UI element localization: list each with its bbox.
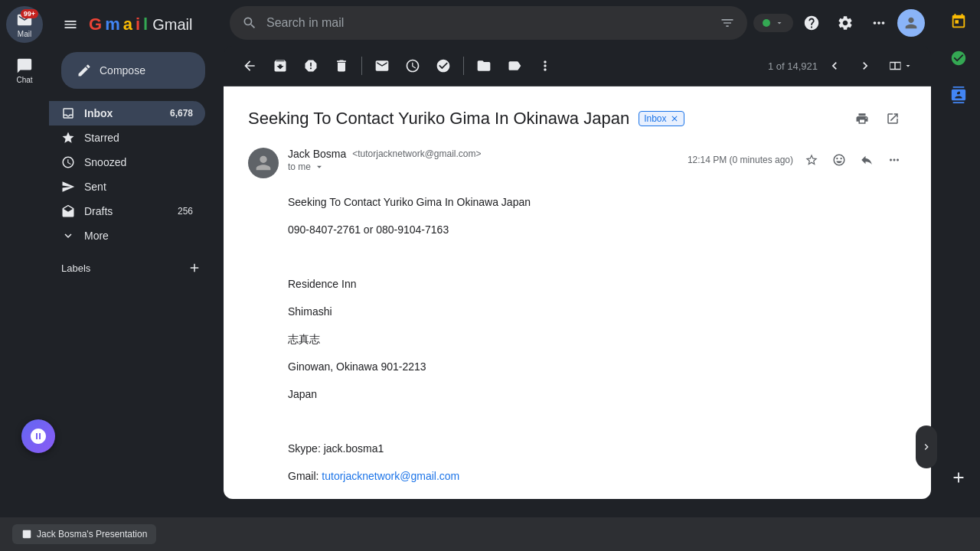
back-button[interactable] [236, 52, 263, 80]
nav-drafts[interactable]: Drafts 256 [49, 199, 205, 223]
reply-button[interactable] [854, 148, 879, 172]
nav-sent[interactable]: Sent [49, 174, 205, 199]
more-actions-button[interactable] [531, 52, 559, 80]
notification-orb[interactable] [21, 419, 55, 453]
to-label: to me [288, 161, 311, 172]
snooze-button[interactable] [399, 52, 426, 80]
body-mighty: Mighty Community: https://lnkd.in/eV6XAV… [288, 495, 906, 499]
calendar-panel-icon[interactable] [943, 6, 974, 37]
label-icon [507, 58, 522, 73]
labels-title: Labels [61, 262, 90, 274]
expand-more-icon [61, 229, 75, 243]
email-header-actions [799, 148, 906, 172]
mark-unread-icon [374, 58, 390, 73]
add-panel-button[interactable] [943, 462, 974, 493]
drafts-label: Drafts [84, 205, 113, 217]
email-time: 12:14 PM (0 minutes ago) [688, 155, 793, 165]
print-button[interactable] [848, 105, 876, 132]
move-to-button[interactable] [470, 52, 498, 80]
email-subject-row: Seeking To Contact Yuriko Gima In Okinaw… [248, 105, 906, 132]
main-content: 1 of 14,921 Seeking T [217, 0, 937, 499]
help-icon [803, 15, 820, 31]
prev-email-button[interactable] [821, 52, 848, 80]
expand-to-icon[interactable] [314, 161, 325, 172]
nav-more[interactable]: More [49, 223, 205, 248]
rail-item-mail[interactable]: 99+ Mail [6, 6, 43, 43]
delete-button[interactable] [328, 52, 355, 80]
rail-chat-label: Chat [16, 76, 32, 84]
collapse-panel-button[interactable] [916, 425, 937, 468]
nav-snoozed[interactable]: Snoozed [49, 150, 205, 174]
sent-icon [61, 180, 75, 194]
user-avatar[interactable] [897, 9, 925, 37]
email-body: Seeking To Contact Yuriko Gima In Okinaw… [248, 194, 906, 499]
starred-icon [61, 131, 75, 145]
gmail-link[interactable]: tutorjacknetwork@gmail.com [322, 470, 459, 482]
more-email-actions-button[interactable] [882, 148, 906, 172]
gmail-text: Gmail [152, 16, 192, 34]
inbox-icon [61, 106, 75, 120]
chevron-left-icon [827, 58, 842, 73]
help-button[interactable] [796, 8, 827, 38]
archive-icon [273, 58, 288, 73]
view-mode-button[interactable] [882, 56, 919, 76]
archive-button[interactable] [266, 52, 294, 80]
open-in-new-button[interactable] [879, 105, 906, 132]
sender-email: <tutorjacknetwork@gmail.com> [352, 148, 481, 159]
menu-button[interactable] [55, 9, 86, 40]
search-field[interactable] [230, 6, 747, 40]
email-content-area: Seeking To Contact Yuriko Gima In Okinaw… [224, 86, 931, 499]
contacts-panel-icon[interactable] [943, 80, 974, 110]
body-line-8: Japan [288, 386, 906, 404]
apps-button[interactable] [864, 8, 894, 38]
back-arrow-icon [242, 58, 257, 73]
snoozed-label: Snoozed [84, 156, 126, 168]
body-line-9 [288, 412, 906, 431]
nav-inbox[interactable]: Inbox 6,678 [49, 101, 205, 126]
tasks-icon [950, 50, 967, 67]
status-dot [763, 19, 770, 27]
next-email-button[interactable] [851, 52, 879, 80]
mark-unread-button[interactable] [368, 52, 396, 80]
apps-icon [871, 15, 887, 31]
badge-close-icon[interactable] [670, 114, 679, 123]
report-spam-button[interactable] [297, 52, 325, 80]
search-input[interactable] [266, 16, 710, 30]
snoozed-icon [61, 155, 75, 169]
body-line-6: 志真志 [288, 331, 906, 349]
compose-button[interactable]: Compose [61, 52, 205, 89]
orb-icon [29, 427, 47, 445]
add-label-button[interactable] [184, 257, 205, 279]
status-indicator[interactable] [753, 14, 793, 32]
avatar-icon [903, 15, 920, 31]
gmail-logo: Gmail Gmail [89, 15, 192, 34]
starred-label: Starred [84, 132, 119, 144]
report-icon [303, 58, 318, 73]
email-toolbar: 1 of 14,921 [224, 46, 931, 86]
settings-icon [837, 15, 854, 31]
emoji-icon [832, 153, 846, 167]
nav-starred[interactable]: Starred [49, 126, 205, 150]
task-button[interactable] [430, 52, 457, 80]
chat-icon [16, 57, 33, 74]
reply-icon [860, 153, 874, 167]
taskbar-presentation-item[interactable]: Jack Bosma's Presentation [12, 524, 156, 544]
drafts-icon [61, 204, 75, 218]
body-gmail: Gmail: tutorjacknetwork@gmail.com [288, 468, 906, 486]
taskbar: Jack Bosma's Presentation [0, 517, 980, 551]
star-button[interactable] [799, 148, 824, 172]
more-vert-icon [537, 58, 553, 73]
collapse-icon [920, 441, 933, 453]
rail-item-chat[interactable]: Chat [6, 52, 43, 89]
print-icon [855, 112, 869, 126]
inbox-badge-label: Inbox [644, 113, 666, 124]
tasks-panel-icon[interactable] [943, 43, 974, 73]
emoji-reaction-button[interactable] [827, 148, 851, 172]
avatar-person-icon [253, 152, 274, 174]
inbox-count: 6,678 [170, 108, 193, 119]
mighty-link[interactable]: https://lnkd.in/eV6XAVg3 [383, 497, 501, 499]
search-filter-icon[interactable] [720, 15, 735, 31]
label-button[interactable] [501, 52, 528, 80]
settings-button[interactable] [830, 8, 861, 38]
email-header: Jack Bosma <tutorjacknetwork@gmail.com> … [248, 148, 906, 178]
